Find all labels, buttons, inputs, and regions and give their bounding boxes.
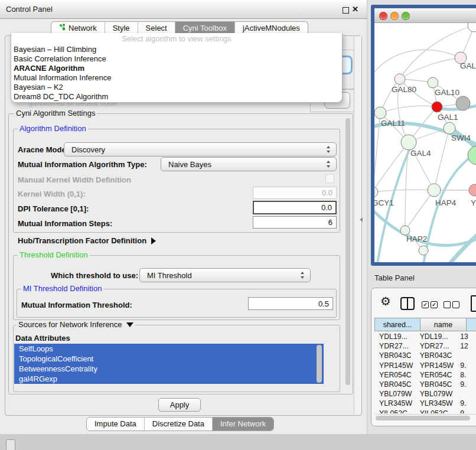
- network-view-window: GALGAL80GAL10GAL1GAL11SWI4GAL4GCY1HAP4YH…: [371, 5, 476, 266]
- node-label: GAL11: [381, 119, 405, 128]
- algorithm-option[interactable]: Bayesian – K2: [11, 83, 342, 92]
- close-icon[interactable]: ✕: [352, 5, 358, 14]
- splitter-collapse-icon[interactable]: [360, 217, 363, 222]
- network-edge[interactable]: [434, 128, 449, 190]
- aracne-mode-select[interactable]: Discovery: [64, 142, 337, 156]
- network-node[interactable]: [400, 226, 410, 235]
- network-node[interactable]: [428, 77, 438, 88]
- document-icon[interactable]: [471, 295, 476, 312]
- table-row[interactable]: YIL052CYIL052C9.: [374, 409, 476, 414]
- unchecked-box-icon[interactable]: [444, 301, 451, 308]
- manual-kernel-checkbox[interactable]: [325, 174, 334, 183]
- data-attribute-item[interactable]: BetweennessCentrality: [14, 364, 324, 374]
- table-horizontal-scrollbar[interactable]: [374, 414, 476, 422]
- column-header-shared-name[interactable]: shared...: [374, 318, 420, 331]
- tab-impute-data[interactable]: Impute Data: [87, 418, 144, 431]
- unchecked-box-icon[interactable]: [452, 301, 459, 308]
- mi-threshold-input[interactable]: 0.5: [248, 297, 333, 310]
- algorithm-option[interactable]: ARACNE Algorithm: [11, 64, 342, 73]
- algorithm-option[interactable]: Basic Correlation Inference: [11, 54, 342, 64]
- panel-vertical-scrollbar[interactable]: [354, 36, 361, 414]
- mi-threshold-group-title: MI Threshold Definition: [21, 285, 103, 293]
- node-label: Y: [471, 198, 476, 207]
- table-panel-title: Table Panel: [374, 273, 415, 282]
- network-edge[interactable]: [374, 50, 461, 75]
- kernel-width-input[interactable]: 0.0: [253, 187, 337, 199]
- table-row[interactable]: YBR045CYBR045C9.: [374, 380, 476, 389]
- algorithm-option[interactable]: Bayesian – Hill Climbing: [11, 45, 342, 54]
- network-canvas[interactable]: GALGAL80GAL10GAL1GAL11SWI4GAL4GCY1HAP4YH…: [374, 23, 476, 262]
- table-cell: YDR27...: [416, 341, 458, 351]
- table-row[interactable]: YDR27...YDR27...12: [374, 341, 476, 351]
- table-cell: YDL19...: [374, 332, 416, 341]
- network-node[interactable]: [432, 102, 442, 112]
- dpi-tolerance-label: DPI Tolerance [0,1]:: [18, 204, 89, 213]
- data-attribute-item[interactable]: gal4RGexp: [14, 374, 324, 384]
- network-node[interactable]: [419, 246, 428, 255]
- table-row[interactable]: YBL079WYBL079W: [374, 389, 476, 399]
- mi-steps-input[interactable]: 6: [253, 216, 337, 229]
- network-node[interactable]: [456, 96, 470, 110]
- network-node[interactable]: [428, 184, 441, 197]
- mac-close-icon[interactable]: [379, 12, 387, 20]
- network-edge[interactable]: [405, 190, 434, 230]
- sources-group-header[interactable]: Sources for Network Inference: [17, 321, 135, 329]
- table-body[interactable]: YDL19...YDL19...13YDR27...YDR27...12YBR0…: [374, 332, 476, 413]
- table-row[interactable]: YER054CYER054C8.: [374, 370, 476, 380]
- network-node[interactable]: [374, 107, 386, 119]
- mac-minimize-icon[interactable]: [390, 12, 399, 20]
- table-row[interactable]: YPR145WYPR145W9.: [374, 361, 476, 370]
- network-node[interactable]: [468, 23, 476, 32]
- node-label: HAP2: [406, 234, 427, 243]
- apply-button[interactable]: Apply: [158, 398, 201, 412]
- algorithm-option[interactable]: Dream8 DC_TDC Algorithm: [11, 92, 342, 102]
- table-row[interactable]: YDL19...YDL19...13: [374, 332, 476, 341]
- table-cell: YBR043C: [416, 351, 458, 360]
- spinner-arrows-icon: [327, 146, 331, 153]
- hub-definition-toggle[interactable]: Hub/Transcription Factor Definition: [18, 236, 156, 245]
- control-panel-window: Control Panel ✕ Network Style Select Cyn…: [0, 0, 367, 434]
- table-cell: YLR345W: [374, 399, 416, 408]
- table-row[interactable]: YLR345WYLR345W9.: [374, 399, 476, 408]
- data-attributes-label: Data Attributes: [15, 334, 70, 343]
- dpi-tolerance-input[interactable]: 0.0: [253, 201, 337, 214]
- control-panel-titlebar: Control Panel ✕: [0, 0, 367, 19]
- sources-group-title: Sources for Network Inference: [18, 321, 122, 329]
- tab-infer-network[interactable]: Infer Network: [212, 418, 273, 431]
- network-edge[interactable]: [400, 58, 461, 79]
- network-node[interactable]: [401, 135, 416, 150]
- split-columns-icon[interactable]: [400, 297, 415, 310]
- settings-group-title: Cyni Algorithm Settings: [14, 109, 97, 118]
- aracne-mode-value: Discovery: [71, 145, 105, 154]
- checked-box-icon[interactable]: ✓: [422, 301, 429, 308]
- float-window-icon[interactable]: [343, 7, 349, 14]
- minimized-panel-icon[interactable]: [6, 439, 15, 450]
- threshold-definition-title: Threshold Definition: [18, 251, 90, 259]
- table-row[interactable]: YBR043CYBR043C: [374, 351, 476, 360]
- network-edge[interactable]: [380, 106, 437, 113]
- network-edge[interactable]: [374, 190, 434, 192]
- tab-label: Impute Data: [94, 418, 136, 431]
- data-attribute-item[interactable]: TopologicalCoefficient: [14, 354, 324, 364]
- mac-zoom-icon[interactable]: [402, 12, 410, 20]
- network-node[interactable]: [469, 184, 476, 196]
- table-cell: 8.: [458, 370, 476, 380]
- algorithm-option[interactable]: Mutual Information Inference: [11, 73, 342, 83]
- hscrollbar-thumb[interactable]: [376, 416, 470, 420]
- checked-box-icon[interactable]: ✓: [431, 301, 438, 308]
- column-header-name[interactable]: name: [420, 318, 467, 331]
- network-node[interactable]: [374, 187, 378, 197]
- algorithm-definition-title: Algorithm Definition: [18, 125, 88, 133]
- column-header-partial[interactable]: [467, 318, 476, 331]
- network-node[interactable]: [395, 74, 405, 84]
- attributes-scrollbar-thumb[interactable]: [317, 345, 322, 383]
- data-attribute-item[interactable]: SelfLoops: [14, 344, 324, 354]
- mi-type-select[interactable]: Naive Bayes: [161, 157, 337, 171]
- network-node[interactable]: [444, 122, 455, 134]
- network-node[interactable]: [468, 146, 476, 165]
- which-threshold-select[interactable]: MI Threshold: [139, 268, 311, 282]
- gear-icon[interactable]: ⚙: [380, 295, 391, 308]
- mi-steps-label: Mutual Information Steps:: [18, 219, 112, 228]
- settings-scrollbar-thumb[interactable]: [345, 118, 350, 385]
- tab-discretize-data[interactable]: Discretize Data: [144, 418, 212, 431]
